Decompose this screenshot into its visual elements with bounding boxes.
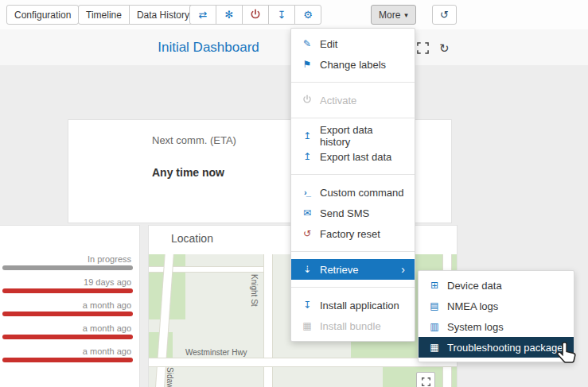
menu-item-label: Change labels xyxy=(320,59,386,71)
snowflake-icon: ✻ xyxy=(225,10,234,20)
status-bar xyxy=(2,358,133,362)
chevron-down-icon: ▾ xyxy=(404,11,408,19)
menu-item-label: Export last data xyxy=(320,151,391,163)
reset-icon: ↺ xyxy=(301,229,313,238)
submenu-item-system-logs[interactable]: ▥ System logs xyxy=(419,316,574,337)
menu-item-label: Troubleshooting package xyxy=(447,342,563,354)
status-row-label: a month ago xyxy=(83,346,131,356)
install-button[interactable]: ↧ xyxy=(268,5,295,25)
menu-item-install-bundle: ▦ Install bundle xyxy=(291,315,415,336)
menu-item-label: NMEA logs xyxy=(447,300,498,312)
package-icon: ▦ xyxy=(428,342,441,352)
road-westminster-hwy xyxy=(149,358,457,366)
street-label-sidaway: Sidaw xyxy=(165,367,174,387)
services-button[interactable]: ⚙ xyxy=(294,5,321,25)
menu-item-label: Activate xyxy=(320,95,356,106)
more-button[interactable]: More ▾ xyxy=(371,5,416,25)
menu-item-label: Edit xyxy=(320,38,337,50)
submenu-item-device-data[interactable]: ⊞ Device data xyxy=(419,275,574,296)
power-button[interactable] xyxy=(242,5,269,25)
status-row: a month ago xyxy=(0,345,139,368)
fullscreen-icon[interactable] xyxy=(417,42,429,56)
tags-icon: ⚑ xyxy=(301,60,313,69)
menu-item-label: Device data xyxy=(447,280,502,292)
device-management-window: Configuration Timeline Data History ⇄ ✻ … xyxy=(0,0,588,387)
edit-icon: ✎ xyxy=(301,39,313,48)
next-comm-value: Any time now xyxy=(152,166,224,179)
status-row: a month ago xyxy=(0,299,139,322)
data-history-button[interactable]: Data History xyxy=(129,5,197,25)
status-bar xyxy=(2,312,133,316)
next-comm-label: Next comm. (ETA) xyxy=(152,134,236,146)
menu-item-export-data-history[interactable]: ↥ Export data history xyxy=(291,126,415,146)
device-data-icon: ⊞ xyxy=(428,281,441,290)
more-button-label: More xyxy=(379,10,400,21)
timeline-button[interactable]: Timeline xyxy=(78,5,130,25)
menu-item-label: Install application xyxy=(320,300,399,312)
export-icon: ↥ xyxy=(301,131,313,141)
status-widget: In progress 19 days ago a month ago a mo… xyxy=(0,225,140,387)
menu-item-label: Factory reset xyxy=(320,228,380,240)
menu-item-label: Send SMS xyxy=(320,207,369,219)
status-row: In progress xyxy=(0,253,139,276)
menu-item-retrieve[interactable]: ⇣ Retrieve › xyxy=(291,259,415,280)
menu-divider xyxy=(291,118,415,118)
status-row-label: a month ago xyxy=(83,300,131,310)
power-icon xyxy=(250,9,261,21)
menu-item-label: Install bundle xyxy=(320,320,381,332)
sync-icon: ⇄ xyxy=(199,10,208,20)
menu-divider xyxy=(291,251,415,252)
menu-item-install-application[interactable]: ↧ Install application xyxy=(291,295,415,315)
install-icon: ↧ xyxy=(301,300,313,310)
location-widget-title: Location xyxy=(171,232,213,245)
menu-item-activate: Activate xyxy=(291,90,415,110)
view-tabs-group: Timeline Data History xyxy=(78,5,197,25)
sms-icon: ✉ xyxy=(301,208,313,218)
bundle-icon: ▦ xyxy=(301,321,313,331)
status-bar xyxy=(2,288,133,293)
device-toolbar: Configuration Timeline Data History ⇄ ✻ … xyxy=(0,0,588,30)
retrieve-submenu: ⊞ Device data ▤ NMEA logs ▥ System logs … xyxy=(418,270,574,362)
more-dropdown-menu: ✎ Edit ⚑ Change labels Activate ↥ Export… xyxy=(290,28,415,342)
menu-item-change-labels[interactable]: ⚑ Change labels xyxy=(291,54,415,75)
terminal-icon: ›_ xyxy=(301,188,313,197)
device-action-icons-group: ⇄ ✻ ↧ ⚙ xyxy=(189,5,321,25)
sync-button[interactable]: ⇄ xyxy=(189,5,216,25)
road-knight-st xyxy=(264,254,272,387)
street-label-knight-st: Knight St xyxy=(250,274,259,307)
menu-divider xyxy=(291,174,415,175)
status-row-label: In progress xyxy=(88,254,131,264)
menu-item-factory-reset[interactable]: ↺ Factory reset xyxy=(291,223,415,244)
undo-icon: ↺ xyxy=(440,10,449,20)
submenu-item-troubleshooting-package[interactable]: ▦ Troubleshooting package xyxy=(419,337,574,358)
menu-item-edit[interactable]: ✎ Edit xyxy=(291,33,415,54)
status-bar xyxy=(2,335,133,339)
menu-divider xyxy=(291,287,415,288)
system-logs-icon: ▥ xyxy=(428,322,441,331)
install-icon: ↧ xyxy=(278,10,286,20)
menu-item-label: System logs xyxy=(447,321,504,333)
menu-item-custom-command[interactable]: ›_ Custom command xyxy=(291,182,415,203)
menu-item-label: Export data history xyxy=(320,124,405,148)
menu-item-export-last-data[interactable]: ↥ Export last data xyxy=(291,146,415,167)
chevron-right-icon: › xyxy=(401,264,405,275)
snowflake-button[interactable]: ✻ xyxy=(216,5,243,25)
retrieve-icon: ⇣ xyxy=(301,265,313,274)
nmea-logs-icon: ▤ xyxy=(428,301,441,311)
status-row: a month ago xyxy=(0,322,139,345)
refresh-icon[interactable]: ↻ xyxy=(439,42,450,54)
status-row-label: a month ago xyxy=(83,323,131,333)
services-icon: ⚙ xyxy=(303,10,313,20)
status-row: 19 days ago xyxy=(0,276,139,299)
menu-divider xyxy=(291,82,415,83)
undo-button[interactable]: ↺ xyxy=(432,5,457,25)
menu-item-send-sms[interactable]: ✉ Send SMS xyxy=(291,203,415,223)
map-fullscreen-control[interactable] xyxy=(416,372,435,387)
configuration-button[interactable]: Configuration xyxy=(6,5,79,25)
menu-item-label: Custom command xyxy=(320,187,403,199)
menu-item-label: Retrieve xyxy=(320,264,358,276)
status-bar xyxy=(2,265,133,270)
power-icon xyxy=(301,95,313,106)
street-label-westminster-hwy: Westminster Hwy xyxy=(185,348,247,357)
submenu-item-nmea-logs[interactable]: ▤ NMEA logs xyxy=(419,296,574,316)
